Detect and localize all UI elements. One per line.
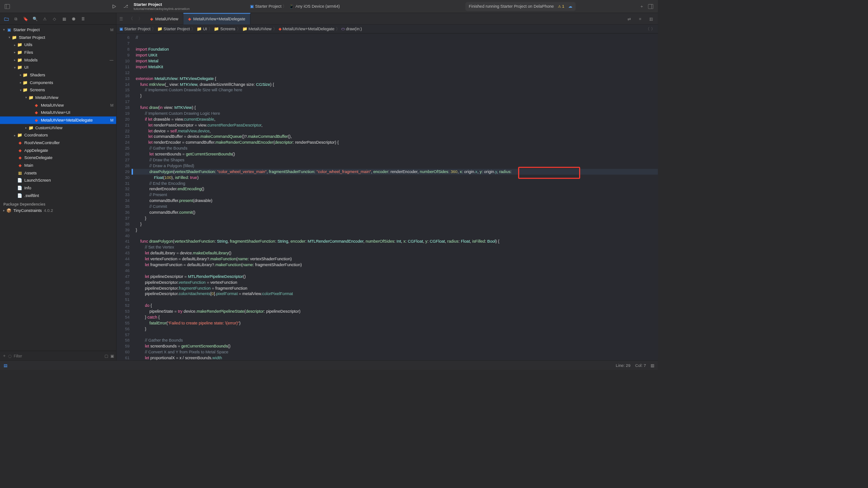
tree-item-starter-project[interactable]: ▾📁Starter Project — [0, 33, 116, 41]
tree-item-coordinators[interactable]: ▸📁Coordinators — [0, 131, 116, 139]
tree-item-appdelegate[interactable]: ◆AppDelegate — [0, 146, 116, 154]
tree-item--swiftlint[interactable]: 📄.swiftlint — [0, 192, 116, 199]
scm-filter-icon[interactable]: ▣ — [110, 353, 114, 358]
cursor-col: Col: 7 — [635, 363, 646, 368]
toggle-navigator-icon[interactable] — [3, 2, 12, 11]
code-content[interactable]: //import Foundationimport UIKitimport Me… — [133, 33, 658, 360]
back-button[interactable]: 〈 — [126, 14, 136, 23]
library-icon[interactable] — [12, 2, 21, 11]
filter-input[interactable] — [14, 354, 102, 358]
run-status-text: Finished running Starter Project on Dela… — [469, 4, 554, 9]
tree-item-models[interactable]: ▸📁Models— — [0, 56, 116, 64]
scm-status: M — [110, 28, 113, 32]
tree-item-utils[interactable]: ▸📁Utils — [0, 41, 116, 49]
editor-options-icon[interactable]: ≡ — [635, 14, 645, 23]
tree-root-label: Starter Project — [14, 28, 40, 33]
tree-item-rootviewcontroller[interactable]: ◆RootViewController — [0, 139, 116, 147]
status-bar: ▤ Line: 29 Col: 7 ▥ — [0, 360, 658, 370]
breakpoint-navigator-icon[interactable]: ⬣ — [69, 14, 78, 23]
navigator-sidebar: ⧉ 🔖 🔍 ⚠ ◇ ▦ ⬣ ≣ ▾▣ Starter Project M ▾📁S… — [0, 13, 117, 361]
svg-rect-2 — [648, 4, 653, 9]
jump-prev-icon[interactable]: 〈 — [646, 26, 650, 32]
breadcrumb-item[interactable]: 📁 Screens — [214, 27, 235, 32]
add-icon[interactable]: ＋ — [637, 2, 646, 11]
dependency-version: 4.0.2 — [44, 208, 53, 213]
breadcrumb-item[interactable]: ⬭ draw(in:) — [341, 27, 362, 32]
line-gutter: 6789101112131415161718192021222324252627… — [117, 33, 133, 360]
swift-icon: ◆ — [188, 17, 191, 22]
related-items-icon[interactable]: ☰ — [117, 14, 126, 23]
report-navigator-icon[interactable]: ≣ — [79, 14, 88, 23]
scheme-device: Any iOS Device (arm64) — [295, 4, 340, 9]
tree-item-launchscreen[interactable]: 📄LaunchScreen — [0, 177, 116, 184]
find-navigator-icon[interactable]: 🔍 — [31, 14, 40, 23]
jump-bar[interactable]: ▣ Starter Project〉📁 Starter Project〉📁 UI… — [117, 25, 658, 34]
source-control-navigator-icon[interactable]: ⧉ — [12, 14, 21, 23]
test-navigator-icon[interactable]: ◇ — [50, 14, 59, 23]
tree-item-ui[interactable]: ▾📁UI — [0, 64, 116, 71]
navigator-filter: ＋ ◌ ▢ ▣ — [0, 351, 116, 360]
run-button[interactable] — [110, 2, 119, 11]
debug-navigator-icon[interactable]: ▦ — [60, 14, 69, 23]
toolbar: ⎇ Starter Project tutorial/metal/cadispl… — [0, 0, 658, 13]
breadcrumb-item[interactable]: ◆ MetalUIView+MetalDelegate — [278, 27, 335, 32]
project-tree: ▾▣ Starter Project M ▾📁Starter Project▸📁… — [0, 25, 116, 351]
project-title-group: Starter Project tutorial/metal/cadisplay… — [134, 2, 190, 11]
scheme-project: Starter Project — [255, 4, 281, 9]
scheme-selector[interactable]: ▣Starter Project〉 📱Any iOS Device (arm64… — [250, 4, 340, 9]
project-title: Starter Project — [134, 2, 190, 7]
tree-item-files[interactable]: ▸📁Files — [0, 49, 116, 56]
tree-item-screens[interactable]: ▾📁Screens — [0, 86, 116, 94]
tree-item-metaluiview[interactable]: ▾📁MetalUIView — [0, 94, 116, 102]
minimap-toggle-icon[interactable]: ▥ — [651, 363, 654, 368]
cloud-icon: ☁ — [568, 4, 572, 9]
jump-next-icon[interactable]: 〉 — [651, 26, 655, 32]
tree-item-assets[interactable]: ▦Assets — [0, 169, 116, 177]
navigator-selector: ⧉ 🔖 🔍 ⚠ ◇ ▦ ⬣ ≣ — [0, 13, 116, 25]
project-navigator-icon[interactable] — [2, 14, 11, 23]
tree-item-info[interactable]: 📄Info — [0, 184, 116, 192]
deps-header: Package Dependencies — [0, 199, 116, 207]
tree-item-metaluiview-ui[interactable]: ◆MetalUIView+UI — [0, 109, 116, 117]
forward-button[interactable]: 〉 — [136, 14, 145, 23]
toggle-right-panel-icon[interactable] — [646, 2, 656, 11]
tab-bar: ☰ 〈 〉 ◆MetalUIView◆MetalUIView+MetalDele… — [117, 13, 658, 25]
recent-filter-icon[interactable]: ▢ — [104, 353, 108, 358]
tree-item-metaluiview-metaldelegate[interactable]: ◆MetalUIView+MetalDelegateM — [0, 117, 116, 124]
tree-item-shaders[interactable]: ▸📁Shaders — [0, 71, 116, 79]
filter-scope-icon[interactable]: ◌ — [8, 353, 12, 358]
breadcrumb-item[interactable]: 📁 UI — [197, 27, 207, 32]
breadcrumb-item[interactable]: ▣ Starter Project — [119, 27, 151, 32]
tree-item-main[interactable]: ◆Main — [0, 162, 116, 169]
project-subtitle: tutorial/metal/cadisplaylink-animation — [134, 7, 190, 10]
code-editor[interactable]: 6789101112131415161718192021222324252627… — [117, 33, 658, 360]
editor-area: ☰ 〈 〉 ◆MetalUIView◆MetalUIView+MetalDele… — [117, 13, 658, 361]
cursor-line: Line: 29 — [616, 363, 630, 368]
warning-badge[interactable]: ⚠ 1 — [556, 4, 566, 9]
activity-status: Finished running Starter Project on Dela… — [465, 2, 576, 11]
git-branch-icon[interactable]: ⎇ — [121, 2, 130, 11]
issue-navigator-icon[interactable]: ⚠ — [40, 14, 49, 23]
tree-item-scenedelegate[interactable]: ◆SceneDelegate — [0, 154, 116, 162]
debug-area-toggle-icon[interactable]: ▤ — [4, 363, 7, 368]
add-editor-icon[interactable]: ▥ — [646, 14, 656, 23]
tab-metaluiview[interactable]: ◆MetalUIView — [145, 13, 183, 24]
tree-item-metaluiview[interactable]: ◆MetalUIViewM — [0, 101, 116, 109]
tree-item-components[interactable]: ▸📁Components — [0, 79, 116, 86]
dependency-row[interactable]: ▸📦 TinyConstraints 4.0.2 — [0, 207, 116, 215]
tab-metaluiview-metaldelegate[interactable]: ◆MetalUIView+MetalDelegate — [184, 13, 250, 24]
svg-rect-0 — [5, 4, 9, 9]
adjust-editor-icon[interactable]: ⇄ — [624, 14, 634, 23]
tree-root[interactable]: ▾▣ Starter Project M — [0, 26, 116, 34]
breadcrumb-item[interactable]: 📁 MetalUIView — [242, 27, 272, 32]
breadcrumb-item[interactable]: 📁 Starter Project — [157, 27, 190, 32]
add-target-icon[interactable]: ＋ — [2, 353, 6, 359]
bookmarks-navigator-icon[interactable]: 🔖 — [21, 14, 30, 23]
swift-icon: ◆ — [150, 16, 153, 21]
tree-item-customuiview[interactable]: ▸📁CustomUIView — [0, 124, 116, 131]
dependency-name: TinyConstraints — [14, 208, 42, 213]
